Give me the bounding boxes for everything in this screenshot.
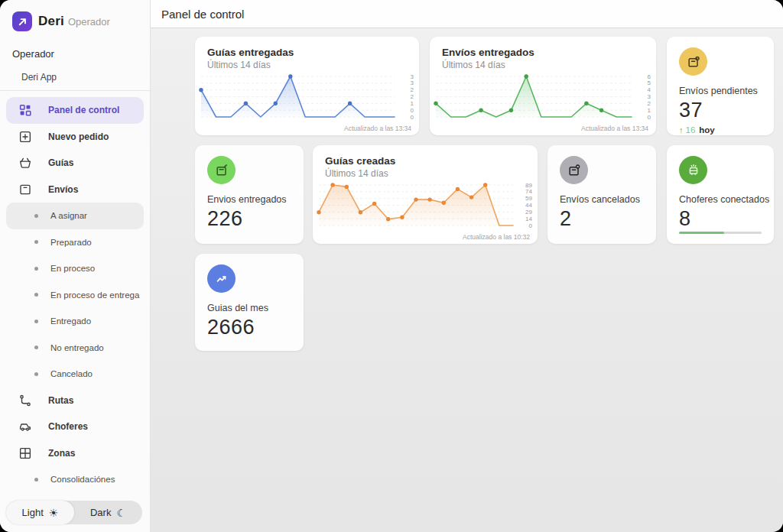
sidebar-item-label: Preparado <box>50 238 92 247</box>
stat-value: 2666 <box>207 316 291 339</box>
moon-icon: ☾ <box>116 507 126 519</box>
stat-value: 8 <box>679 207 762 231</box>
sidebar-item-nuevo-pedido[interactable]: Nuevo pedido <box>6 124 144 151</box>
stat-value: 37 <box>679 99 762 122</box>
app-window: Deri Operador Operador Deri App Panel de… <box>0 0 783 532</box>
chart-updated-text: Actualizado a las 13:34 <box>344 125 411 132</box>
card-envios-entregados-total: Envios entregados 226 <box>195 145 304 244</box>
svg-text:74: 74 <box>525 188 532 195</box>
sidebar-item-label: Cancelado <box>50 369 93 378</box>
sidebar-item-label: Entregado <box>50 316 91 326</box>
line-chart-envios-entregados: 6543210 <box>434 73 652 124</box>
arrow-up-icon: ↑ <box>679 125 684 135</box>
theme-light-label: Light <box>22 507 44 518</box>
svg-text:1: 1 <box>648 107 651 114</box>
stat-value: 2 <box>560 207 644 231</box>
svg-text:3: 3 <box>411 79 414 86</box>
sidebar-item-en-proceso-de-entrega[interactable]: En proceso de entrega <box>6 282 144 309</box>
sidebar: Deri Operador Operador Deri App Panel de… <box>0 0 151 532</box>
svg-text:89: 89 <box>525 182 532 189</box>
card-envios-cancelados: Envíos cancelados 2 <box>547 145 656 244</box>
svg-text:0: 0 <box>411 114 414 121</box>
sidebar-item-label: En proceso de entrega <box>50 290 139 300</box>
sidebar-item-label: Rutas <box>48 395 73 406</box>
sidebar-item-envios[interactable]: Envíos <box>6 177 144 203</box>
bullet-icon <box>34 267 38 271</box>
svg-text:6: 6 <box>648 73 651 80</box>
svg-text:2: 2 <box>411 86 414 93</box>
svg-text:1: 1 <box>411 100 414 107</box>
sidebar-item-no-entregado[interactable]: No entregado <box>6 335 144 362</box>
line-chart-guias-entregadas: 3322100 <box>199 73 415 124</box>
svg-text:29: 29 <box>525 209 532 216</box>
sidebar-item-choferes[interactable]: Choferes <box>6 414 144 440</box>
svg-text:3: 3 <box>411 73 414 80</box>
sidebar-item-preparado[interactable]: Preparado <box>6 229 144 256</box>
card-envios-entregados-chart: Envíos entregados Últimos 14 días 654321… <box>430 37 656 135</box>
logo-row: Deri Operador <box>0 0 150 31</box>
stat-label: Choferes conectados <box>679 194 762 205</box>
sidebar-item-label: Consolidaciónes <box>50 475 115 484</box>
chart-title: Guías entregadas <box>207 47 419 58</box>
chart-title: Guías creadas <box>325 155 538 167</box>
sun-icon: ☀ <box>49 507 59 519</box>
plus-square-icon <box>18 130 32 144</box>
sidebar-item-en-proceso[interactable]: En proceso <box>6 255 144 282</box>
brand-name: Deri <box>38 14 64 29</box>
bullet-icon <box>34 345 38 349</box>
box-check-icon <box>207 156 236 184</box>
svg-text:0: 0 <box>648 114 651 121</box>
chart-subtitle: Últimos 14 días <box>325 168 538 179</box>
top-bar: Panel de control <box>151 0 783 28</box>
line-chart-guias-creadas: 8974594429140 <box>317 181 534 232</box>
sidebar-item-label: En proceso <box>50 264 95 273</box>
deri-logo-icon <box>12 11 32 31</box>
sidebar-item-label: Guías <box>48 157 73 168</box>
box-clock-icon <box>679 47 707 76</box>
sidebar-item-consolidaciones[interactable]: Consolidaciónes <box>6 466 144 493</box>
bullet-icon <box>34 478 38 482</box>
choferes-progress-bar <box>679 232 762 235</box>
stat-label: Envíos cancelados <box>560 194 644 205</box>
svg-text:0: 0 <box>411 107 414 114</box>
stat-value: 226 <box>207 207 291 231</box>
sidebar-item-guias[interactable]: Guías <box>6 150 144 177</box>
stat-label: Envios entregados <box>207 194 291 205</box>
theme-dark-label: Dark <box>90 507 111 518</box>
sidebar-item-panel-de-control[interactable]: Panel de control <box>6 97 144 124</box>
sidebar-item-label: Choferes <box>48 421 88 432</box>
sidebar-item-cancelado[interactable]: Cancelado <box>6 361 144 388</box>
sidebar-item-zonas[interactable]: Zonas <box>6 440 144 467</box>
card-guias-entregadas: Guías entregadas Últimos 14 días 3322100… <box>195 37 419 135</box>
sidebar-item-label: No entregado <box>50 343 104 352</box>
sidebar-item-a-asignar[interactable]: A asignar <box>6 203 144 229</box>
sidebar-section-label: Operador <box>12 48 150 60</box>
theme-dark-button[interactable]: Dark ☾ <box>74 501 142 524</box>
theme-light-button[interactable]: Light ☀ <box>6 501 74 524</box>
choferes-progress-fill <box>679 232 724 235</box>
trending-up-icon <box>207 264 236 293</box>
svg-text:3: 3 <box>648 93 651 100</box>
sidebar-item-label: A asignar <box>50 211 87 220</box>
svg-text:5: 5 <box>648 79 651 86</box>
sidebar-item-entregado[interactable]: Entregado <box>6 308 144 335</box>
card-guias-del-mes: Guias del mes 2666 <box>195 254 304 351</box>
svg-text:4: 4 <box>648 86 651 93</box>
brand-role: Operador <box>68 16 110 28</box>
card-guias-creadas: Guías creadas Últimos 14 días 8974594429… <box>313 145 538 244</box>
bullet-icon <box>34 240 38 244</box>
chart-title: Envíos entregados <box>442 47 656 58</box>
svg-text:2: 2 <box>411 93 414 100</box>
sidebar-item-label: Panel de control <box>48 105 119 115</box>
bus-icon <box>679 156 707 184</box>
sidebar-item-label: Envíos <box>48 184 78 195</box>
chart-subtitle: Últimos 14 días <box>442 60 656 70</box>
svg-text:44: 44 <box>525 202 532 209</box>
sidebar-item-label: Zonas <box>48 448 75 459</box>
bullet-icon <box>34 214 38 218</box>
card-envios-pendientes: Envíos pendientes 37 ↑ 16 hoy <box>667 37 774 135</box>
sidebar-app-label[interactable]: Deri App <box>21 72 150 83</box>
chart-updated-text: Actualizado a las 13:34 <box>581 125 648 132</box>
sidebar-item-label: Nuevo pedido <box>48 131 109 142</box>
sidebar-item-rutas[interactable]: Rutas <box>6 388 144 414</box>
